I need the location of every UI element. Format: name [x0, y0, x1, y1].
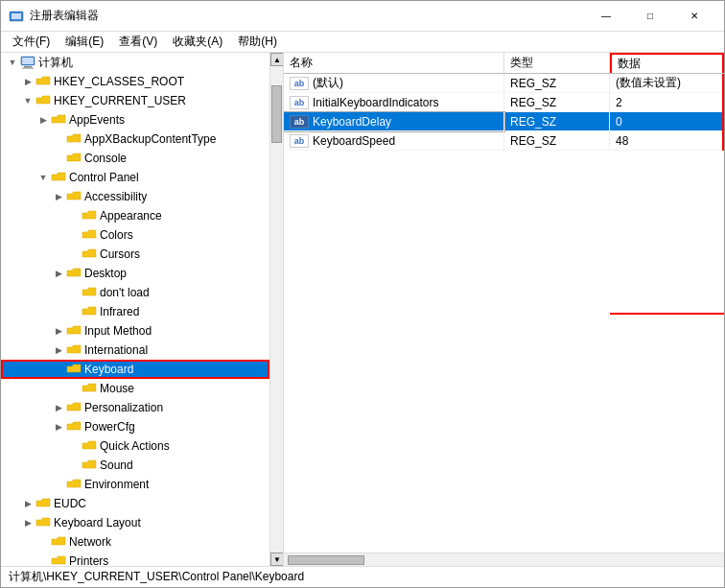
svg-rect-6	[22, 68, 34, 69]
tree-label-colors: Colors	[100, 228, 133, 242]
tree-node-mouse[interactable]: ▶ Mouse	[1, 379, 269, 398]
scroll-down-button[interactable]: ▼	[270, 553, 284, 566]
tree-node-eudc[interactable]: ▶ EUDC	[1, 494, 269, 513]
td-type-1: REG_SZ	[504, 93, 610, 112]
table-row[interactable]: ab KeyboardSpeed REG_SZ 48	[284, 131, 724, 151]
tree-node-accessibility[interactable]: ▶ Accessibility	[1, 187, 269, 206]
svg-rect-4	[22, 58, 34, 64]
expand-keyboardlayout[interactable]: ▶	[20, 515, 35, 530]
tree-node-hkcu[interactable]: ▼ HKEY_CURRENT_USER	[1, 91, 269, 110]
folder-icon-environment	[66, 478, 82, 491]
folder-icon-appxbackup	[66, 132, 82, 146]
h-scrollbar-thumb[interactable]	[288, 555, 364, 565]
tree-node-dontload[interactable]: ▶ don't load	[1, 283, 269, 302]
tree-label-accessibility: Accessibility	[84, 190, 147, 203]
expand-accessibility[interactable]: ▶	[51, 189, 66, 204]
tree-node-personalization[interactable]: ▶ Personalization	[1, 398, 269, 417]
tree-label-personalization: Personalization	[84, 401, 163, 414]
folder-icon-inputmethod	[66, 324, 82, 338]
window-title: 注册表编辑器	[30, 8, 584, 24]
expand-inputmethod[interactable]: ▶	[51, 323, 66, 339]
tree-label-keyboard: Keyboard	[84, 363, 133, 376]
right-panel: 名称 类型 数据 ab (默认) REG_SZ (数值未设置)	[284, 53, 724, 566]
menu-edit[interactable]: 编辑(E)	[58, 32, 111, 52]
table-rows: ab (默认) REG_SZ (数值未设置) ab InitialKeyboar…	[284, 74, 724, 313]
menu-view[interactable]: 查看(V)	[111, 32, 165, 52]
tree-node-powercfg[interactable]: ▶ PowerCfg	[1, 417, 269, 436]
expand-eudc[interactable]: ▶	[20, 496, 35, 511]
folder-icon-printers	[51, 554, 66, 566]
tree-label-keyboardlayout: Keyboard Layout	[54, 516, 141, 529]
tree-node-appevents[interactable]: ▶ AppEvents	[1, 110, 269, 129]
scroll-track[interactable]	[270, 66, 283, 553]
th-type: 类型	[504, 53, 610, 73]
th-name: 名称	[284, 53, 504, 73]
folder-icon-desktop	[66, 267, 82, 280]
folder-icon-powercfg	[66, 420, 82, 434]
tree-node-infrared[interactable]: ▶ Infrared	[1, 302, 269, 321]
tree-node-appearance[interactable]: ▶ Appearance	[1, 206, 269, 225]
table-row[interactable]: ab InitialKeyboardIndicators REG_SZ 2	[284, 93, 724, 112]
expand-hkcu[interactable]: ▼	[20, 93, 35, 108]
tree-node-cursors[interactable]: ▶ Cursors	[1, 245, 269, 264]
window-controls: — □ ✕	[584, 1, 716, 32]
folder-icon-dontload	[82, 286, 97, 299]
tree-node-console[interactable]: ▶ Console	[1, 149, 269, 168]
tree-node-inputmethod[interactable]: ▶ Input Method	[1, 321, 269, 341]
tree-node-environment[interactable]: ▶ Environment	[1, 475, 269, 494]
scroll-up-button[interactable]: ▲	[270, 53, 284, 66]
h-scrollbar[interactable]	[284, 553, 724, 566]
tree-node-quickactions[interactable]: ▶ Quick Actions	[1, 436, 269, 456]
tree-label-dontload: don't load	[100, 286, 150, 299]
tree-node-controlpanel[interactable]: ▼ Control Panel	[1, 168, 269, 187]
scroll-thumb[interactable]	[271, 85, 282, 143]
expand-hkcr[interactable]: ▶	[20, 74, 35, 89]
tree-label-infrared: Infrared	[100, 305, 139, 318]
tree-node-sound[interactable]: ▶ Sound	[1, 456, 269, 475]
folder-icon-keyboard	[66, 363, 82, 376]
minimize-button[interactable]: —	[584, 1, 628, 32]
folder-icon-colors	[82, 228, 97, 242]
tree-node-desktop[interactable]: ▶ Desktop	[1, 264, 269, 283]
tree-node-colors[interactable]: ▶ Colors	[1, 225, 269, 245]
menu-help[interactable]: 帮助(H)	[230, 32, 285, 52]
maximize-button[interactable]: □	[628, 1, 672, 32]
tree-node-international[interactable]: ▶ International	[1, 341, 269, 360]
tree-node-network[interactable]: ▶ Network	[1, 532, 269, 552]
tree-label-appxbackup: AppXBackupContentType	[84, 132, 216, 146]
expand-international[interactable]: ▶	[51, 342, 66, 358]
table-row[interactable]: ab KeyboardDelay REG_SZ 0	[284, 112, 724, 131]
table-row[interactable]: ab (默认) REG_SZ (数值未设置)	[284, 74, 724, 93]
tree-label-hkcr: HKEY_CLASSES_ROOT	[54, 75, 184, 88]
folder-icon-controlpanel	[51, 171, 66, 184]
tree-node-appxbackup[interactable]: ▶ AppXBackupContentType	[1, 129, 269, 149]
tree-label-appevents: AppEvents	[69, 113, 125, 127]
menu-favorites[interactable]: 收藏夹(A)	[165, 32, 230, 52]
tree-label-international: International	[84, 343, 148, 357]
tree-node-keyboardlayout[interactable]: ▶ Keyboard Layout	[1, 513, 269, 532]
td-name-1: ab InitialKeyboardIndicators	[284, 93, 504, 112]
menu-file[interactable]: 文件(F)	[5, 32, 58, 52]
th-data: 数据	[610, 53, 724, 73]
tree-node-hkcr[interactable]: ▶ HKEY_CLASSES_ROOT	[1, 72, 269, 91]
tree-panel[interactable]: ▼ 计算机 ▶	[1, 53, 284, 566]
expand-personalization[interactable]: ▶	[51, 400, 66, 415]
expand-controlpanel[interactable]: ▼	[35, 170, 51, 185]
tree-node-printers[interactable]: ▶ Printers	[1, 552, 269, 566]
close-button[interactable]: ✕	[672, 1, 716, 32]
tree-scrollbar[interactable]: ▲ ▼	[269, 53, 283, 566]
expand-desktop[interactable]: ▶	[51, 266, 66, 281]
expand-appevents[interactable]: ▶	[35, 112, 51, 128]
table-wrapper: 名称 类型 数据 ab (默认) REG_SZ (数值未设置)	[284, 53, 724, 566]
expand-computer[interactable]: ▼	[5, 55, 20, 70]
tree-node-keyboard[interactable]: ▶ Keyboard	[1, 360, 269, 379]
tree-label-appearance: Appearance	[100, 209, 162, 223]
tree-label-printers: Printers	[69, 554, 108, 566]
expand-powercfg[interactable]: ▶	[51, 419, 66, 435]
tree-node-computer[interactable]: ▼ 计算机	[1, 53, 269, 72]
tree-label-environment: Environment	[84, 478, 149, 491]
tree-inner: ▼ 计算机 ▶	[1, 53, 283, 566]
folder-icon-mouse	[82, 382, 97, 395]
td-name-0: ab (默认)	[284, 74, 504, 93]
td-data-1: 2	[610, 93, 724, 112]
